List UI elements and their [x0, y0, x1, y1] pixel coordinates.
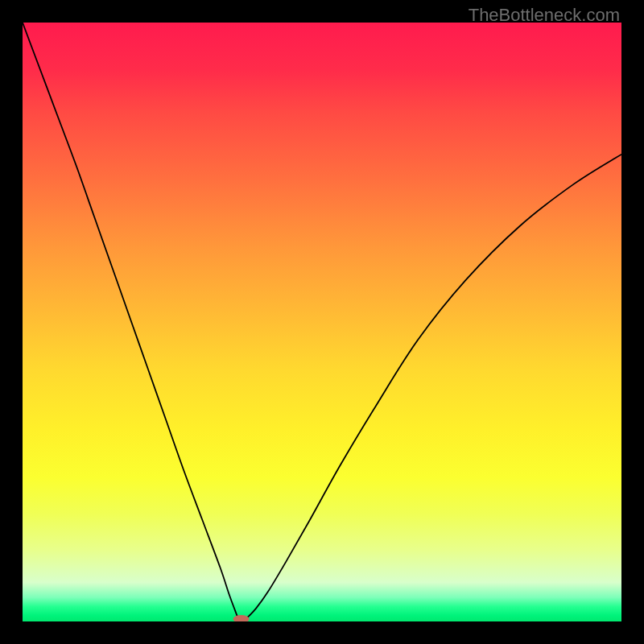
curve-left-branch	[23, 23, 238, 618]
curve-layer	[23, 23, 621, 621]
plot-area	[23, 23, 621, 621]
curve-right-branch	[247, 155, 621, 618]
frame: TheBottleneck.com	[0, 0, 644, 644]
minimum-marker	[233, 615, 250, 621]
watermark-text: TheBottleneck.com	[469, 5, 620, 26]
